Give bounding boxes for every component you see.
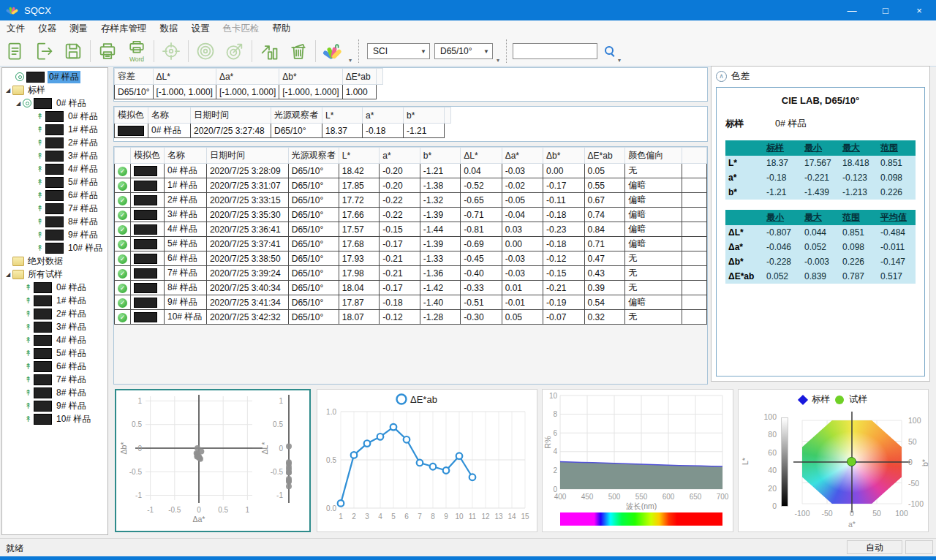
expander-icon[interactable]: ◢ <box>14 100 23 107</box>
tree-sample[interactable]: ↟4# 样品 <box>2 162 107 175</box>
column-header: Δa* <box>502 148 543 164</box>
tree-sample[interactable]: ↟0# 样品 <box>2 281 107 294</box>
tree-sample[interactable]: ↟2# 样品 <box>2 307 107 320</box>
menu-item-3[interactable]: 存样库管理 <box>94 20 154 37</box>
close-button[interactable]: × <box>902 0 936 20</box>
menu-item-2[interactable]: 测量 <box>63 20 94 37</box>
tree-label: 8# 样品 <box>55 387 88 399</box>
tree-sample[interactable]: ↟5# 样品 <box>2 347 107 360</box>
sample-arrow-icon: ↟ <box>24 323 32 331</box>
tree-folder-absolute-data[interactable]: 绝对数据 <box>2 254 107 268</box>
tree-sample[interactable]: ↟8# 样品 <box>2 215 107 228</box>
tree-sample[interactable]: ↟4# 样品 <box>2 333 107 347</box>
print-button[interactable] <box>93 37 122 65</box>
menu-item-4[interactable]: 数据 <box>154 20 185 37</box>
color-card-check-button[interactable] <box>318 37 347 65</box>
sample-row[interactable]: ✓9# 样品2020/7/25 3:41:34D65/10°17.87-0.18… <box>115 295 707 310</box>
folder-icon <box>12 270 24 279</box>
stat-column-header <box>725 140 763 156</box>
status-extra-cell <box>905 540 933 554</box>
color-swatch <box>34 295 52 306</box>
svg-text:6: 6 <box>404 512 409 521</box>
sample-row[interactable]: ✓2# 样品2020/7/25 3:33:15D65/10°17.72-0.22… <box>115 193 707 208</box>
sample-row[interactable]: ✓6# 样品2020/7/25 3:38:50D65/10°17.93-0.21… <box>115 251 707 266</box>
toolbar-overflow-icon[interactable]: ▾ <box>618 57 621 64</box>
svg-text:Δa*: Δa* <box>193 515 205 523</box>
sample-row[interactable]: ✓8# 样品2020/7/25 3:40:34D65/10°18.04-0.17… <box>115 281 707 295</box>
delta-ab-scatter-chart: -1-1-0.5-0.5000.50.511Δb*Δa*10.50-0.5-1Δ… <box>115 389 311 532</box>
printer-icon <box>97 41 118 61</box>
tree-sample[interactable]: ↟7# 样品 <box>2 202 107 215</box>
toolbar-overflow-icon[interactable]: ▾ <box>349 57 352 64</box>
tree-sample[interactable]: ↟3# 样品 <box>2 320 107 333</box>
search-icon[interactable] <box>603 45 616 58</box>
toolbar-separator <box>188 40 189 62</box>
sample-row[interactable]: ✓5# 样品2020/7/25 3:37:41D65/10°17.68-0.17… <box>115 237 707 251</box>
sci-sce-dropdown[interactable]: SCI ▼ <box>367 43 430 59</box>
tree-sample[interactable]: ↟2# 样品 <box>2 136 107 149</box>
delete-button[interactable] <box>284 37 313 65</box>
standard-row[interactable]: 0# 样品2020/7/25 3:27:48D65/10°18.37-0.18-… <box>115 124 451 138</box>
sample-row[interactable]: ✓4# 样品2020/7/25 3:36:41D65/10°17.57-0.15… <box>115 222 707 237</box>
tree-sample[interactable]: ↟9# 样品 <box>2 399 107 412</box>
tree-sample[interactable]: ↟9# 样品 <box>2 228 107 241</box>
sample-row[interactable]: ✓1# 样品2020/7/25 3:31:07D65/10°17.85-0.20… <box>115 178 707 193</box>
tree-sample[interactable]: ↟1# 样品 <box>2 123 107 136</box>
color-swatch <box>45 151 64 162</box>
svg-text:10: 10 <box>455 512 464 521</box>
menu-item-1[interactable]: 仪器 <box>31 20 63 37</box>
search-input[interactable] <box>513 43 597 59</box>
tree-label: 9# 样品 <box>67 229 99 241</box>
illuminant-observer-dropdown[interactable]: D65/10° ▼ <box>434 43 493 59</box>
collapse-chevron-icon[interactable]: ∧ <box>716 71 727 82</box>
minimize-button[interactable]: — <box>835 0 869 20</box>
sample-row[interactable]: ✓7# 样品2020/7/25 3:39:24D65/10°17.98-0.21… <box>115 266 707 281</box>
spectral-reflectance-chart: 0246810400450500550600650700R%波长(nm) <box>542 389 733 532</box>
maximize-button[interactable]: □ <box>869 0 902 20</box>
expander-icon[interactable]: ◢ <box>4 271 12 278</box>
area-chart-svg: 0246810400450500550600650700R%波长(nm) <box>543 390 731 511</box>
tree-label: 0# 样品 <box>55 281 88 294</box>
toolbar-overflow-icon[interactable]: ▾ <box>497 57 499 64</box>
delta-e-trend-chart: ΔE*ab0.00.51.0123456789101112131415 <box>317 389 537 532</box>
tree-sample[interactable]: ↟10# 样品 <box>2 241 107 254</box>
color-swatch <box>34 401 52 412</box>
crosshair-icon <box>161 41 181 61</box>
column-header: 模拟色 <box>115 107 148 124</box>
rings-icon <box>195 41 216 61</box>
tree-sample[interactable]: ↟10# 样品 <box>2 412 107 425</box>
sample-row[interactable]: ✓0# 样品2020/7/25 3:28:09D65/10°18.42-0.20… <box>115 164 707 178</box>
tree-folder-standards[interactable]: ◢标样 <box>2 83 107 97</box>
tree-sample[interactable]: ↟6# 样品 <box>2 360 107 373</box>
menu-item-5[interactable]: 设置 <box>185 20 216 37</box>
tree-sample[interactable]: ↟5# 样品 <box>2 175 107 189</box>
export-button[interactable] <box>29 37 58 65</box>
column-header: L* <box>322 107 363 124</box>
svg-text:ΔL*: ΔL* <box>260 442 269 455</box>
save-button[interactable] <box>58 37 88 65</box>
lab-color-wheel-chart: 标样试样100806040200L*-100-50050100a*100500-… <box>738 389 929 532</box>
target-rings-icon <box>23 99 31 107</box>
tree-sample[interactable]: ↟0# 样品 <box>2 110 107 123</box>
toolbar: Word ▾ SCI ▼ D65/10° ▼ ▾ ▾ <box>0 37 936 67</box>
tree-sample[interactable]: ↟3# 样品 <box>2 149 107 162</box>
tolerance-row[interactable]: D65/10°[-1.000, 1.000][-1.000, 1.000][-1… <box>115 85 383 99</box>
tree-sample[interactable]: ↟8# 样品 <box>2 386 107 399</box>
menu-item-0[interactable]: 文件 <box>0 20 31 37</box>
tree-current-standard[interactable]: 0# 样品 <box>2 70 107 83</box>
measure-chart-button[interactable] <box>254 37 284 65</box>
sample-row[interactable]: ✓3# 样品2020/7/25 3:35:30D65/10°17.66-0.22… <box>115 208 707 222</box>
menu-item-7[interactable]: 帮助 <box>266 20 298 37</box>
expander-icon[interactable]: ◢ <box>4 87 12 94</box>
tree-folder-all-samples[interactable]: ◢所有试样 <box>2 268 107 281</box>
new-button[interactable] <box>0 37 29 65</box>
tree-standard-node[interactable]: ◢0# 样品 <box>2 97 107 110</box>
tree-sample[interactable]: ↟1# 样品 <box>2 294 107 307</box>
tree-sample[interactable]: ↟6# 样品 <box>2 189 107 202</box>
column-header: 名称 <box>148 107 191 124</box>
color-swatch <box>134 268 157 279</box>
tree-sample[interactable]: ↟7# 样品 <box>2 373 107 386</box>
sample-row[interactable]: ✓10# 样品2020/7/25 3:42:32D65/10°18.07-0.1… <box>115 310 707 325</box>
color-swatch <box>134 239 157 249</box>
print-word-button[interactable]: Word <box>122 37 151 65</box>
